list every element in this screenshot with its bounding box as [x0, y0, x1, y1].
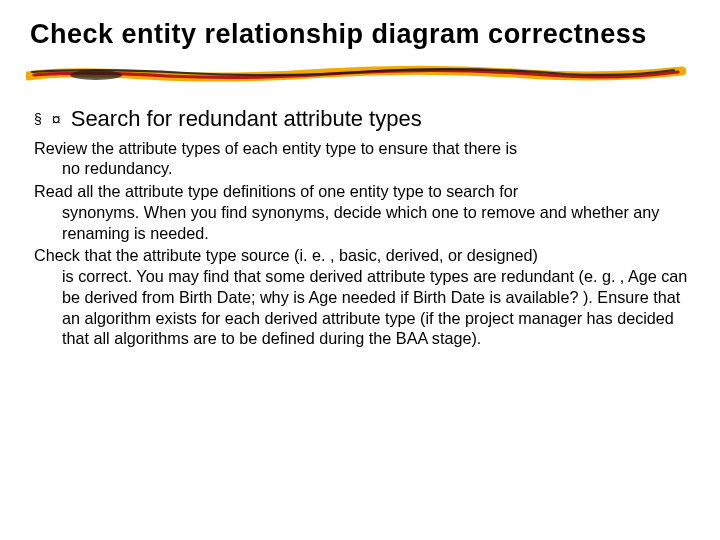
paragraph-3-rest: is correct. You may find that some deriv…: [34, 266, 690, 349]
brush-stroke-icon: [26, 62, 686, 84]
bullet-sun-icon: ¤: [52, 112, 61, 128]
paragraph-3: Check that the attribute type source (i.…: [34, 245, 690, 349]
paragraph-2-rest: synonyms. When you find synonyms, decide…: [34, 202, 690, 243]
paragraph-1-first: Review the attribute types of each entit…: [34, 138, 690, 159]
paragraph-2: Read all the attribute type definitions …: [34, 181, 690, 243]
paragraph-2-first: Read all the attribute type definitions …: [34, 181, 690, 202]
subheading-row: § ¤ Search for redundant attribute types: [34, 106, 690, 132]
paragraph-1: Review the attribute types of each entit…: [34, 138, 690, 179]
slide-title: Check entity relationship diagram correc…: [30, 18, 690, 52]
slide: Check entity relationship diagram correc…: [0, 0, 720, 540]
subheading: Search for redundant attribute types: [71, 106, 422, 132]
bullet-square-icon: §: [34, 112, 42, 126]
paragraph-3-first: Check that the attribute type source (i.…: [34, 245, 690, 266]
paragraph-1-rest: no redundancy.: [34, 158, 690, 179]
svg-point-0: [70, 70, 122, 80]
title-underline: [30, 60, 690, 88]
slide-body: § ¤ Search for redundant attribute types…: [30, 106, 690, 349]
